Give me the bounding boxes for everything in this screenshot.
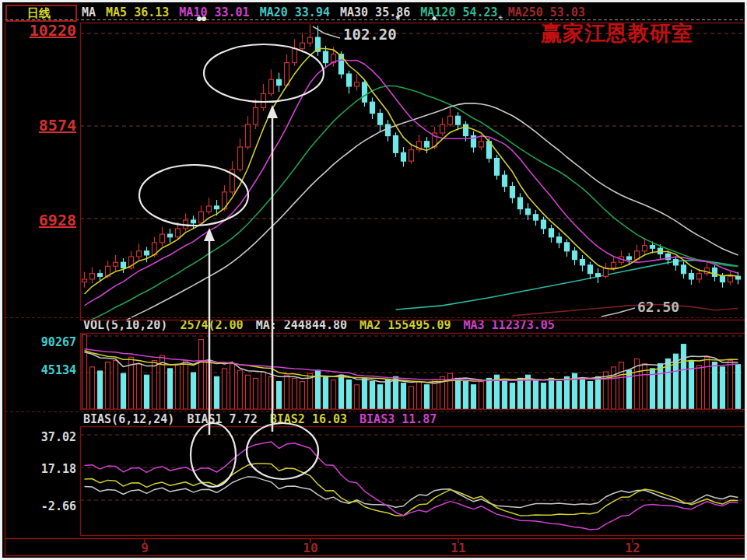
candle-body	[495, 158, 500, 175]
candle-body	[207, 206, 212, 212]
volume-bar	[713, 362, 717, 409]
time-axis-label: 11	[451, 541, 465, 555]
volume-bar	[409, 387, 414, 409]
candle-body	[98, 274, 103, 277]
candle-body	[137, 251, 142, 257]
volume-bar	[612, 367, 616, 409]
volume-bar	[456, 378, 461, 409]
time-axis-label: 12	[625, 541, 640, 555]
volume-bar	[697, 366, 702, 409]
candle-body	[355, 82, 359, 86]
volume-bar	[721, 367, 725, 409]
bias-axis-label: -2.66	[4, 499, 76, 513]
candle-body	[168, 234, 173, 237]
highlight-ellipse	[247, 423, 318, 479]
candle-body	[90, 274, 95, 279]
candle-body	[378, 114, 383, 124]
volume-bar	[98, 371, 103, 409]
candle-body	[510, 187, 515, 198]
candle-body	[386, 124, 391, 135]
candle-body	[721, 276, 725, 282]
volume-bar	[153, 361, 157, 409]
price-axis-label: 10220	[4, 21, 76, 40]
volume-bar	[114, 361, 118, 409]
volume-bar	[705, 357, 710, 409]
bias-axis-label: 37.02	[4, 430, 76, 444]
bias-axis-label: 17.18	[4, 462, 76, 476]
volume-bar	[223, 369, 227, 409]
candle-body	[402, 152, 406, 161]
candle-body	[121, 262, 126, 268]
candle-body	[689, 274, 694, 279]
candle-body	[261, 93, 266, 107]
volume-bar	[580, 378, 585, 409]
volume-bar	[137, 364, 142, 409]
volume-bar	[106, 362, 110, 409]
volume-bar	[261, 372, 266, 409]
volume-bar	[534, 380, 538, 409]
volume-bar	[246, 375, 251, 409]
vol-axis-label: 45134	[4, 363, 76, 377]
volume-bar	[402, 383, 406, 409]
volume-bar	[339, 375, 344, 409]
candle-body	[588, 265, 593, 274]
bias1-line	[85, 477, 738, 508]
candle-body	[114, 262, 118, 266]
candle-body	[627, 257, 632, 260]
candle-body	[713, 268, 717, 276]
volume-layer	[80, 334, 746, 409]
candle-body	[503, 175, 507, 186]
bias-layer	[80, 435, 746, 530]
volume-bar	[293, 378, 297, 409]
marker-flower-icon: ✱	[395, 12, 400, 21]
tab-daily-period[interactable]: 日线	[5, 5, 77, 22]
volume-bar	[90, 367, 95, 409]
candle-body	[557, 237, 562, 243]
candle-body	[277, 79, 282, 85]
volume-bar	[277, 382, 282, 409]
main-chart-layer	[80, 24, 746, 340]
volume-bar	[479, 382, 484, 409]
candle-body	[145, 251, 149, 255]
candle-body	[82, 279, 87, 282]
volume-bar	[386, 380, 391, 409]
volume-bar	[191, 373, 196, 409]
volume-bar	[230, 364, 235, 409]
volume-bar	[464, 382, 468, 409]
time-axis-label: 10	[303, 541, 317, 555]
candle-body	[736, 276, 741, 279]
volume-bar	[472, 385, 476, 409]
volume-bar	[355, 385, 359, 409]
ma250-line	[513, 305, 738, 316]
volume-bar	[557, 382, 562, 409]
bias3-line	[85, 442, 738, 530]
price-axis-label: 6928	[4, 211, 76, 229]
candle-body	[199, 212, 204, 222]
candle-body	[370, 102, 375, 113]
candle-body	[300, 43, 305, 48]
chart-canvas[interactable]	[2, 2, 747, 560]
volume-bar	[542, 383, 546, 409]
volume-bar	[370, 382, 375, 409]
volume-bar	[363, 378, 367, 409]
candle-body	[728, 276, 733, 282]
watermark: 赢家江恩教研室	[541, 19, 747, 47]
candle-body	[534, 215, 538, 220]
volume-bar	[82, 334, 87, 409]
candle-body	[456, 116, 461, 124]
volume-bar	[347, 380, 352, 409]
candle-body	[596, 274, 601, 277]
marker-dots-icon: ●●	[197, 14, 206, 23]
candle-body	[697, 274, 702, 279]
volume-bar	[199, 339, 204, 409]
volume-bar	[682, 345, 686, 409]
candle-body	[394, 136, 398, 153]
volume-bar	[518, 378, 523, 409]
volume-bar	[503, 380, 507, 409]
candle-body	[238, 147, 243, 170]
volume-bar	[254, 378, 258, 409]
volume-bar	[433, 380, 437, 409]
volume-bar	[176, 365, 181, 409]
candle-body	[308, 37, 313, 43]
main-chart-border	[81, 23, 747, 320]
